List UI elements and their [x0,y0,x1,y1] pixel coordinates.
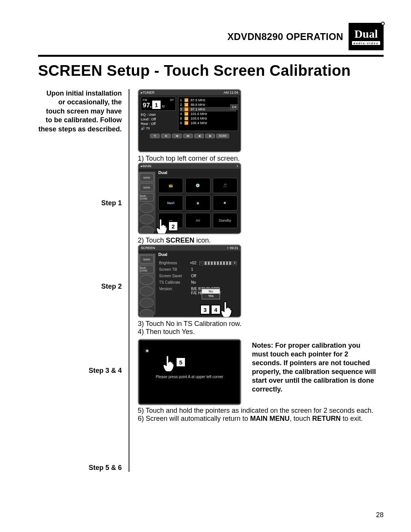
step34-line1: 3) Touch No in TS Calibration row. [138,320,384,328]
sidebar-round-button [140,214,154,224]
mainmenu-title: ▸MAIN [141,164,151,168]
callout-4: 4 [211,305,221,315]
header-text: XDVDN8290 OPERATION [228,31,343,42]
intro-text: Upon initial installation or occasionall… [38,89,122,134]
tilt-label: Screen Tilt [159,267,188,272]
strip-button: ⏯ [161,134,171,138]
step56-line1: 5) Touch and hold the pointers as indica… [138,407,384,415]
step1-instruction: 1) Touch top left corner of screen. [138,155,384,163]
preset-list: 1📶87.5 MHz 2📶88.8 MHz 3📶97.1 MHz 4📶101.6… [178,97,238,131]
tilt-value: 1 [191,267,193,272]
tuner-topbar: ▸TUNER AM 11:04 [139,90,241,95]
strip-button: ⏮ [172,134,182,138]
ts-calibrate-row: TS Calibrate No [159,279,237,286]
band-label: FM [143,98,147,102]
sidebar-round-button [140,275,154,285]
calibration-cross-icon: ✶ [145,347,150,355]
preset-row-selected: 3📶97.1 MHz [180,107,236,112]
calibration-prompt: Please press point A at upper left corne… [139,375,240,379]
hand-pointer-icon [155,217,169,234]
mainmenu-brand: Dual [155,169,241,175]
brightness-row: Brightness +02 − + [159,260,237,266]
sidebar-multizone-button: Multi-ZONE [140,265,154,273]
screensettings-brand: Dual [155,251,241,257]
brightness-value: +02 [190,261,196,265]
strip-scan-button: SCAN [216,134,229,138]
dual-logo: Dual audio·video [349,23,384,50]
menu-disc-icon: 💿 [185,178,210,193]
minus-icon: − [199,261,203,265]
right-column: ▸TUNER AM 11:04 FM ST 97.1 MHz [137,89,384,472]
clock-text: AM 11:04 [223,91,238,94]
tuner-button-strip: ⟲ ⏯ ⏮ ⏭ ◀ ▶ SCAN [139,133,241,140]
saver-row: Screen Saver Off [159,273,237,279]
volume-icon: 🔊 [141,126,145,130]
version-label: Version: [159,287,188,291]
strip-button: ⟲ [150,134,160,138]
preset-row: 1📶87.5 MHz [180,98,236,102]
eq-label: EQ [141,113,146,117]
sidebar-round-button [140,286,154,296]
clock-text: 09:21 [229,246,238,250]
mainmenu-sidebar: MAIN MAIN Multi-ZONE [139,172,155,231]
screensettings-sidebar: MAIN Multi-ZONE [139,254,155,315]
bt-icon: ᚼ [236,164,238,168]
callout-5: 5 [176,357,186,367]
dx-badge: DX [230,104,238,110]
settings-rows: Brightness +02 − + Screen Tilt 1 [155,257,241,300]
screen-bold: SCREEN [166,236,194,244]
sidebar-round-button [140,309,154,318]
return-bold: RETURN [312,415,341,422]
callout-1: 1 [151,100,161,110]
bt-icon: ᚼ [227,246,229,250]
brightness-slider: − + [199,261,237,265]
popup-yes: Yes [202,294,220,298]
mainmenu-bold: MAIN MENU [250,415,290,422]
step56-label: Step 5 & 6 [38,464,122,472]
menu-navi-icon: Navi [158,195,183,211]
calibrate-value: No [191,280,196,284]
hand-pointer-icon [220,300,234,318]
model-number: XDVDN8290 [228,31,284,42]
preset-row: 2📶88.8 MHz [180,102,236,107]
screensettings-topbar: SCREEN ᚼ 09:21 [139,245,241,251]
mainmenu-topbar: ▸MAIN ᚼ [139,163,241,169]
left-column: Upon initial installation or occasionall… [38,89,129,472]
plus-icon: + [233,261,237,265]
step56-line2: 6) Screen will automatically return to M… [138,415,384,423]
preset-row: 6📶105.4 MHz [180,121,236,125]
saver-label: Screen Saver [159,274,188,278]
calibration-black-screen: ✶ 5 Please press point A at upper left c… [139,340,241,404]
volume-value: 70 [146,126,150,130]
logo-tagline: audio·video [352,41,380,45]
mainmenu-screenshot: ▸MAIN ᚼ MAIN MAIN Multi-ZONE Dual 📻 💿 [138,163,241,234]
calibration-screenshot: ✶ 5 Please press point A at upper left c… [138,339,241,405]
rear-value: : Off [149,122,156,126]
menu-radio-icon: 📻 [158,178,183,193]
brightness-label: Brightness [159,261,187,265]
operation-label: OPERATION [286,31,343,42]
loud-value: : Off [150,117,156,121]
hand-pointer-icon [162,354,176,372]
calibrate-label: TS Calibrate [159,280,188,284]
header-rule [38,55,384,57]
page-header: XDVDN8290 OPERATION Dual audio·video [38,23,384,50]
sidebar-main-button: MAIN [140,173,154,182]
sidebar-round-button [140,226,154,234]
sidebar-round-button [140,203,154,213]
eq-list: EQ : User Loud : Off Rear : Off 🔊 70 [141,112,176,131]
step2-label: Step 2 [38,283,122,291]
step2-instruction: 2) Touch SCREEN icon. [138,236,384,244]
screensettings-screenshot: SCREEN ᚼ 09:21 MAIN Multi-ZONE Dual Brig… [138,244,241,318]
callout-2: 2 [168,221,178,231]
version-row: Version: B/E B76.01.0705 F/E HPD60.09.22 [159,286,237,296]
sidebar-main-button: MAIN [140,255,154,264]
menu-camera-icon: ◉ [185,195,210,211]
sidebar-main-button: MAIN [140,183,154,192]
menu-standby-icon: Standby [213,213,237,228]
strip-button: ◀ [194,134,204,138]
step1-label: Step 1 [38,199,122,207]
preset-row: 4📶101.6 MHz [180,112,236,116]
strip-button: ▶ [205,134,215,138]
rear-label: Rear [141,122,148,126]
